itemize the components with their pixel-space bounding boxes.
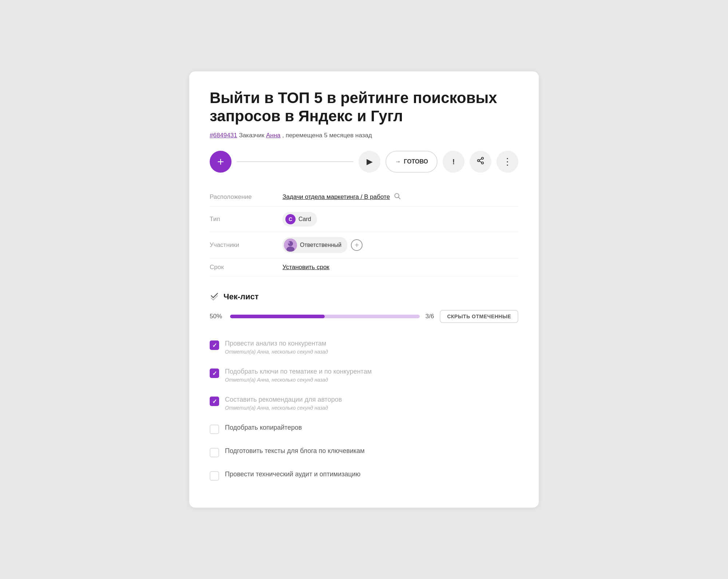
list-item: Подобрать ключи по тематике и по конкуре… [210,361,518,389]
task-title: Выйти в ТОП 5 в рейтинге поисковых запро… [210,89,518,126]
progress-bar [230,315,420,318]
moved-label: , перемещена 5 месяцев назад [282,132,372,139]
location-value: Задачи отдела маркетинга / В работе [282,192,401,201]
list-item: Провести анализ по конкурентамОтметил(а)… [210,333,518,361]
add-button[interactable]: + [210,151,232,173]
checklist-items: Провести анализ по конкурентамОтметил(а)… [210,333,518,487]
ready-label: ГОТОВО [404,158,428,165]
checklist-checkbox-1[interactable] [210,340,219,350]
members-row: Участники Ответственный + [210,232,518,259]
checklist-checkbox-2[interactable] [210,369,219,378]
task-id-link[interactable]: #6849431 [210,132,237,139]
ready-arrow-icon: → [395,158,401,165]
svg-point-8 [288,241,293,246]
connector-line [237,161,353,162]
share-button[interactable] [470,151,491,173]
checklist-title: Чек-лист [223,292,259,302]
member-name: Ответственный [300,242,341,248]
type-icon: C [285,214,296,224]
list-item: Подобрать копирайтеров [210,417,518,441]
customer-name-link[interactable]: Анна [266,132,281,139]
svg-point-10 [288,242,290,244]
list-item: Провести технический аудит и оптимизацию [210,464,518,487]
location-row: Расположение Задачи отдела маркетинга / … [210,187,518,207]
type-label: Тип [210,216,282,223]
hide-checked-button[interactable]: СКРЫТЬ ОТМЕЧЕННЫЕ [440,310,518,323]
checklist-item-note-3: Отметил(а) Анна, несколько секунд назад [225,405,342,411]
alert-button[interactable]: ! [443,151,464,173]
checklist-item-text-2: Подобрать ключи по тематике и по конкуре… [225,368,372,375]
progress-row: 50% 3/6 СКРЫТЬ ОТМЕЧЕННЫЕ [210,310,518,323]
add-member-button[interactable]: + [351,239,363,251]
progress-bar-fill [230,315,325,318]
type-badge[interactable]: C Card [282,212,317,227]
checklist-checkbox-4[interactable] [210,425,219,434]
share-icon [476,157,484,167]
deadline-label: Срок [210,264,282,271]
ready-button[interactable]: → ГОТОВО [385,151,438,173]
task-subtitle: #6849431 Заказчик Анна , перемещена 5 ме… [210,132,518,139]
checklist-item-text-1: Провести анализ по конкурентам [225,340,328,347]
member-badge[interactable]: Ответственный [282,237,347,253]
deadline-row: Срок Установить срок [210,259,518,276]
location-link[interactable]: Задачи отдела маркетинга / В работе [282,193,390,201]
progress-count: 3/6 [426,313,434,320]
task-fields: Расположение Задачи отдела маркетинга / … [210,187,518,276]
search-icon[interactable] [393,192,401,201]
checklist-checkbox-5[interactable] [210,448,219,457]
type-value: C Card [282,212,317,227]
checklist-icon [210,291,219,303]
list-item: Подготовить тексты для блога по ключевик… [210,441,518,464]
checklist-checkbox-3[interactable] [210,397,219,406]
checklist-item-note-2: Отметил(а) Анна, несколько секунд назад [225,377,372,383]
svg-line-6 [399,197,400,199]
play-button[interactable]: ▶ [359,151,380,173]
list-item: Составить рекомендации для авторовОтмети… [210,389,518,417]
type-name: Card [298,216,311,222]
checklist-item-text-6: Провести технический аудит и оптимизацию [225,470,360,478]
deadline-value: Установить срок [282,264,329,271]
checklist-header: Чек-лист [210,291,518,303]
type-row: Тип C Card [210,207,518,232]
avatar [284,239,297,252]
checklist-item-note-1: Отметил(а) Анна, несколько секунд назад [225,349,328,355]
checklist-checkbox-6[interactable] [210,471,219,481]
customer-label: Заказчик [239,132,264,139]
task-card: Выйти в ТОП 5 в рейтинге поисковых запро… [189,71,539,508]
members-value: Ответственный + [282,237,363,253]
location-label: Расположение [210,193,282,201]
progress-percent: 50% [210,313,224,320]
svg-line-4 [479,159,482,160]
svg-line-3 [479,161,482,163]
set-date-link[interactable]: Установить срок [282,264,329,271]
checklist-section: Чек-лист 50% 3/6 СКРЫТЬ ОТМЕЧЕННЫЕ Прове… [210,291,518,487]
members-label: Участники [210,241,282,249]
checklist-item-text-4: Подобрать копирайтеров [225,424,302,432]
more-button[interactable]: ⋮ [496,151,518,173]
checklist-item-text-5: Подготовить тексты для блога по ключевик… [225,447,365,455]
checklist-item-text-3: Составить рекомендации для авторов [225,396,342,403]
task-toolbar: + ▶ → ГОТОВО ! ⋮ [210,151,518,173]
alert-icon: ! [452,158,455,166]
